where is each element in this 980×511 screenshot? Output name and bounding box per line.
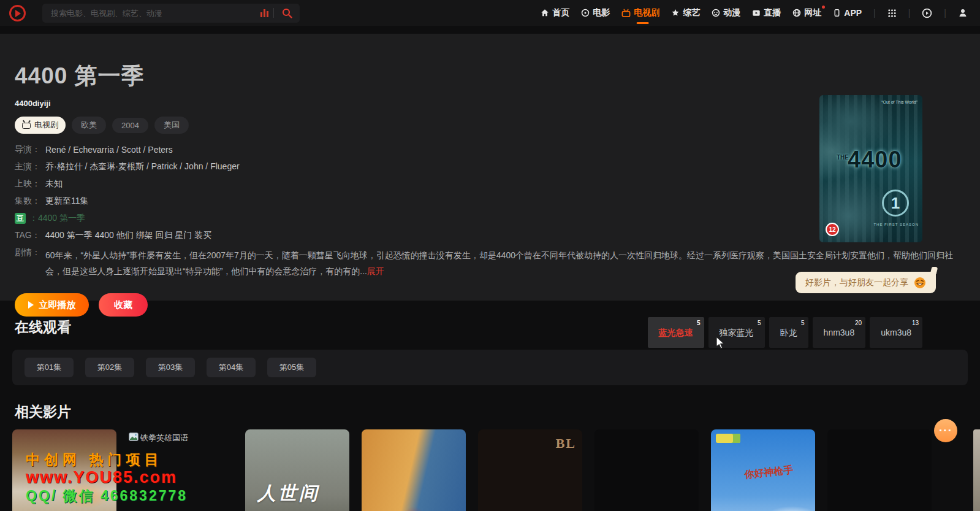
movie-icon — [581, 9, 590, 17]
ranking-icon[interactable] — [256, 9, 273, 17]
episode-button-4[interactable]: 第04集 — [207, 358, 256, 377]
related-card-broken-image[interactable]: 铁拳英雄国语 — [129, 429, 233, 511]
user-icon[interactable] — [958, 8, 968, 18]
director-links[interactable]: René / Echevarria / Scott / Peters — [45, 145, 173, 155]
episode-button-2[interactable]: 第02集 — [85, 358, 134, 377]
floating-more-button[interactable]: ··· — [934, 419, 957, 442]
play-now-button[interactable]: 立即播放 — [15, 293, 89, 317]
episode-list: 第01集 第02集 第03集 第04集 第05集 — [12, 350, 968, 377]
related-card-sky-drama[interactable]: 你好神枪手 — [711, 429, 815, 511]
poster-text-bl: BL — [556, 436, 576, 451]
anime-icon — [712, 9, 720, 17]
poster-season-text: THE FIRST SEASON — [873, 223, 919, 226]
poster-quote: “Out of This World” — [881, 100, 917, 104]
cast-links[interactable]: 乔·格拉什 / 杰奎琳·麦根斯 / Patrick / John / Flueg… — [45, 161, 240, 172]
action-buttons: 立即播放 收藏 — [15, 293, 980, 317]
related-card-skating-drama[interactable] — [362, 429, 466, 511]
poster-season-badge: 1 — [882, 190, 909, 217]
app-icon — [833, 9, 841, 17]
broken-image-icon — [129, 432, 139, 441]
poster-title-text: 你好神枪手 — [744, 464, 794, 482]
history-play-icon[interactable] — [922, 8, 932, 18]
new-badge-dot — [822, 6, 825, 9]
search-button[interactable] — [274, 4, 300, 23]
play-icon — [28, 301, 34, 309]
tv-icon — [22, 123, 31, 129]
nav-item-tv-series[interactable]: 电视剧 — [621, 7, 659, 18]
douban-link[interactable]: ：4400 第一季 — [29, 213, 85, 224]
episode-button-1[interactable]: 第01集 — [25, 358, 74, 377]
source-tabs: 蓝光急速5 独家蓝光5 卧龙5 hnm3u820 ukm3u813 — [648, 317, 922, 348]
country-pill[interactable]: 美国 — [154, 117, 189, 134]
search-input[interactable] — [42, 9, 256, 18]
search-bar — [42, 4, 300, 23]
live-icon — [752, 9, 761, 17]
nav-item-live[interactable]: 直播 — [752, 7, 781, 18]
related-card-bloss[interactable]: BL OSS — [478, 429, 582, 511]
laughing-emoji-icon — [914, 277, 926, 289]
related-heading: 相关影片 — [15, 402, 71, 421]
nav-item-sites[interactable]: 网址 — [792, 7, 821, 18]
tab-source-1[interactable]: 蓝光急速5 — [648, 317, 704, 348]
home-icon — [541, 9, 549, 17]
page: 首页 电影 电视剧 综艺 动漫 直播 网址 A — [0, 0, 980, 511]
globe-icon — [792, 9, 801, 17]
star-icon — [671, 9, 680, 17]
nav-separator: | — [944, 8, 946, 18]
tab-source-5[interactable]: ukm3u813 — [870, 317, 922, 348]
douban-icon: 豆 — [15, 213, 26, 224]
main-nav: 首页 电影 电视剧 综艺 动漫 直播 网址 A — [541, 7, 980, 18]
apps-grid-icon[interactable] — [887, 9, 897, 18]
related-card-rural-drama[interactable] — [12, 429, 116, 511]
nav-item-anime[interactable]: 动漫 — [712, 7, 740, 18]
favorite-button[interactable]: 收藏 — [99, 293, 148, 317]
share-tip-bubble[interactable]: 好影片，与好朋友一起分享 — [796, 272, 936, 293]
tab-source-3[interactable]: 卧龙5 — [769, 317, 808, 348]
tv-icon — [621, 9, 631, 18]
nav-item-variety[interactable]: 综艺 — [671, 7, 700, 18]
share-tip-text: 好影片，与好朋友一起分享 — [805, 277, 908, 288]
related-card-renshijian[interactable]: 人世间 — [245, 429, 349, 511]
search-icon — [282, 8, 292, 18]
nav-separator: | — [908, 8, 911, 18]
broken-image-alt-text: 铁拳英雄国语 — [140, 432, 188, 444]
related-card-placeholder[interactable] — [594, 429, 699, 511]
expand-link[interactable]: 展开 — [367, 266, 384, 276]
type-pill-tv[interactable]: 电视剧 — [15, 117, 66, 134]
page-title: 4400 第一季 — [15, 61, 980, 91]
show-poster[interactable]: “Out of This World” THE 4400 1 THE FIRST… — [819, 95, 922, 242]
nav-separator: | — [873, 8, 876, 18]
related-cards-row: 铁拳英雄国语 人世间 BL OSS 你好神枪手 — [12, 429, 980, 511]
year-pill[interactable]: 2004 — [112, 118, 148, 133]
poster-badge — [716, 434, 740, 443]
poster-age-rating: 12 — [826, 223, 839, 236]
detail-hero: 4400 第一季 4400diyiji 电视剧 欧美 2004 美国 导演： R… — [0, 34, 980, 301]
episode-button-5[interactable]: 第05集 — [267, 358, 316, 377]
episode-panel: 第01集 第02集 第03集 第04集 第05集 — [12, 350, 968, 385]
poster-title-text: 人世间 — [257, 481, 320, 506]
watch-online-heading: 在线观看 — [15, 318, 71, 337]
nav-item-movies[interactable]: 电影 — [581, 7, 610, 18]
related-card-partial[interactable] — [973, 429, 980, 511]
nav-item-home[interactable]: 首页 — [541, 7, 569, 18]
top-bar: 首页 电影 电视剧 综艺 动漫 直播 网址 A — [0, 0, 980, 26]
region-pill[interactable]: 欧美 — [72, 117, 106, 134]
poster-title-number: 4400 — [848, 147, 902, 173]
episode-button-3[interactable]: 第03集 — [146, 358, 195, 377]
tab-source-2[interactable]: 独家蓝光5 — [708, 317, 765, 348]
related-card-placeholder[interactable] — [827, 429, 932, 511]
nav-item-app[interactable]: APP — [833, 8, 862, 18]
tab-source-4[interactable]: hnm3u820 — [813, 317, 866, 348]
poster-title-the: THE — [837, 154, 849, 161]
site-logo-icon[interactable] — [9, 5, 26, 21]
tag-links[interactable]: 4400 第一季 4400 他们 绑架 回归 星门 装买 — [45, 230, 212, 241]
